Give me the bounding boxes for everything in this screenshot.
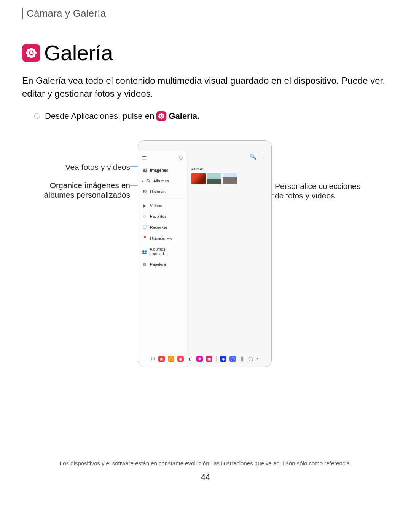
sidebar-item-label: Historias <box>150 189 166 194</box>
svg-point-3 <box>26 51 29 54</box>
sidebar-item-recent[interactable]: 🕐 Recientes <box>138 222 187 233</box>
dock-app-icon[interactable]: ▣ <box>158 356 165 362</box>
sidebar-item-label: Álbumes <box>153 179 169 183</box>
trash-icon: 🗑 <box>142 262 147 267</box>
dock-app-icon[interactable]: ▣ <box>206 356 212 362</box>
step-line: Desde Aplicaciones, pulse en Galería. <box>34 111 389 121</box>
callout-stories: Personalice colecciones de fotos y video… <box>275 181 366 200</box>
dock-app-icon[interactable]: ✽ <box>196 356 203 362</box>
svg-point-17 <box>162 117 164 119</box>
step-prefix: Desde Aplicaciones, pulse en <box>45 111 154 121</box>
svg-point-0 <box>30 51 33 54</box>
sidebar-item-albums[interactable]: ▸ 🖻 Álbumes <box>138 176 187 186</box>
svg-point-1 <box>30 48 33 51</box>
svg-point-14 <box>159 114 161 116</box>
chevron-right-icon: ▸ <box>142 179 144 183</box>
menu-icon[interactable]: ☰ <box>142 155 147 161</box>
album-icon: 🖻 <box>145 179 151 183</box>
sidebar-item-label: Papelera <box>150 262 166 267</box>
svg-point-6 <box>32 48 35 51</box>
gallery-sidebar: ☰ ⚙ 🖼 Imágenes ▸ 🖻 Álbumes <box>138 150 187 367</box>
bullet-icon <box>34 113 40 119</box>
dock-app-icon[interactable]: ◐ <box>187 356 193 362</box>
svg-point-12 <box>159 115 161 117</box>
disclaimer: Los dispositivos y el software están en … <box>22 460 389 466</box>
pin-icon: 📍 <box>142 236 147 241</box>
dock-app-icon[interactable]: ◆ <box>220 356 226 362</box>
photo-thumbnail[interactable] <box>223 173 237 184</box>
gear-icon[interactable]: ⚙ <box>179 155 183 161</box>
recents-nav-icon[interactable]: ||| <box>241 356 244 361</box>
callout-albums: Organice imágenes en álbumes personaliza… <box>43 181 130 200</box>
image-icon: 🖼 <box>142 168 147 173</box>
svg-point-5 <box>27 48 30 51</box>
svg-point-11 <box>161 118 162 120</box>
sidebar-item-label: Imágenes <box>150 168 168 173</box>
video-icon: ▶ <box>142 203 147 208</box>
photo-thumbnail[interactable] <box>191 173 206 184</box>
svg-point-7 <box>27 54 30 57</box>
back-nav-icon[interactable]: ‹ <box>257 356 258 361</box>
sidebar-item-label: Recientes <box>150 225 168 230</box>
thumbnail-row <box>191 173 267 184</box>
home-nav-icon[interactable]: ◯ <box>248 356 253 361</box>
svg-point-16 <box>159 117 161 119</box>
svg-point-13 <box>163 115 165 117</box>
dock-app-icon[interactable]: ◯ <box>168 356 174 362</box>
device-screenshot: ☰ ⚙ 🖼 Imágenes ▸ 🖻 Álbumes <box>138 140 272 367</box>
page-title: Galería <box>44 40 113 65</box>
svg-point-2 <box>30 55 33 58</box>
sidebar-item-images[interactable]: 🖼 Imágenes <box>138 165 187 176</box>
intro-paragraph: En Galería vea todo el contenido multime… <box>22 74 389 100</box>
dock-app-icon[interactable]: ◉ <box>177 356 184 362</box>
gallery-icon <box>156 111 166 121</box>
sidebar-item-label: Álbumes compart… <box>150 247 183 256</box>
sidebar-item-label: Videos <box>150 203 162 208</box>
more-icon[interactable]: ⋮ <box>261 153 267 160</box>
dock-app-icon[interactable]: ◯ <box>229 356 236 362</box>
svg-point-10 <box>161 113 162 115</box>
stories-icon: 🖼 <box>142 189 147 194</box>
heart-icon: ♡ <box>142 214 147 219</box>
sidebar-item-locations[interactable]: 📍 Ubicaciones <box>138 233 187 244</box>
sidebar-item-label: Ubicaciones <box>150 236 172 241</box>
search-icon[interactable]: 🔍 <box>250 153 256 160</box>
gallery-icon <box>22 44 40 62</box>
breadcrumb: Cámara y Galería <box>27 8 106 19</box>
clock-icon: 🕐 <box>142 225 147 230</box>
svg-point-9 <box>161 115 162 117</box>
sidebar-item-trash[interactable]: 🗑 Papelera <box>138 259 187 270</box>
sidebar-item-favorites[interactable]: ♡ Favoritos <box>138 211 187 222</box>
svg-point-4 <box>33 51 37 54</box>
step-app-name: Galería. <box>169 111 199 121</box>
app-dock: ▣ ◯ ◉ ◐ ✽ ▣ | ◆ ◯ ||| ◯ ‹ <box>138 355 271 362</box>
svg-point-15 <box>162 114 164 116</box>
svg-point-8 <box>32 54 35 57</box>
sidebar-item-shared[interactable]: 👥 Álbumes compart… <box>138 244 187 259</box>
apps-grid-icon[interactable] <box>151 357 155 361</box>
date-header: 24 mar <box>191 166 267 171</box>
sidebar-item-videos[interactable]: ▶ Videos <box>138 200 187 211</box>
sidebar-item-stories[interactable]: 🖼 Historias <box>138 186 187 197</box>
page-number: 44 <box>22 472 389 482</box>
callout-photos-videos: Vea fotos y videos <box>43 162 130 172</box>
photo-thumbnail[interactable] <box>207 173 221 184</box>
sidebar-item-label: Favoritos <box>150 214 166 219</box>
group-icon: 👥 <box>142 249 147 254</box>
